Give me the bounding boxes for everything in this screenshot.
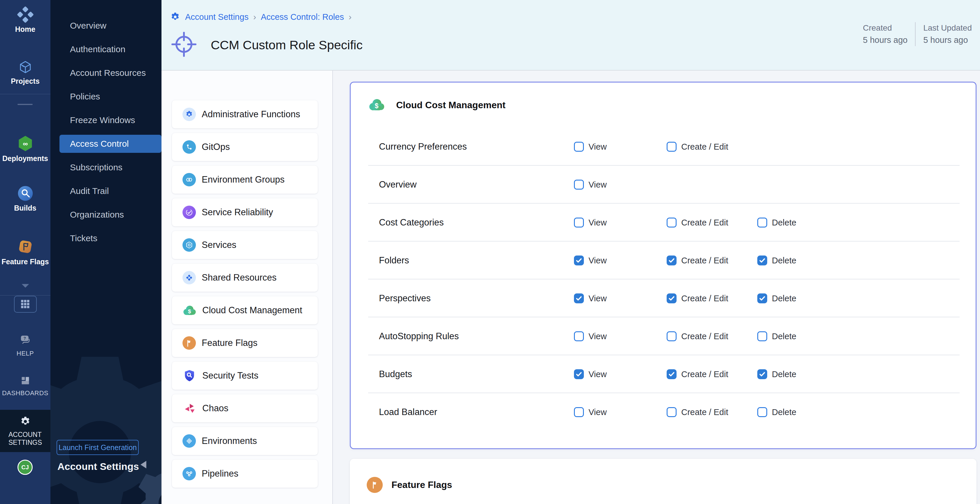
checkbox-checked[interactable]: [757, 369, 767, 379]
permission-row-folders: Folders View Create / Edit Delete: [351, 241, 976, 279]
resource-card-cloud-cost-management[interactable]: $Cloud Cost Management: [172, 296, 318, 324]
sidebar-item-account-resources[interactable]: Account Resources: [59, 64, 161, 82]
permission-load-balancer-create-edit[interactable]: Create / Edit: [667, 407, 728, 417]
permission-autostopping-rules-delete[interactable]: Delete: [757, 331, 796, 341]
sidebar-collapse-icon[interactable]: [140, 461, 146, 469]
resource-list: Administrative FunctionsGitOpsEnvironmen…: [161, 100, 332, 488]
sidebar-title: Account Settings: [57, 461, 139, 472]
permission-cost-categories-create-edit[interactable]: Create / Edit: [667, 218, 728, 228]
checkbox-checked[interactable]: [667, 369, 676, 379]
sidebar-item-access-control[interactable]: Access Control: [59, 135, 161, 153]
checkbox-checked[interactable]: [667, 255, 676, 265]
permission-label: Create / Edit: [681, 218, 728, 228]
permission-currency-preferences-view[interactable]: View: [574, 142, 606, 152]
permission-folders-create-edit[interactable]: Create / Edit: [667, 255, 728, 265]
permission-perspectives-view[interactable]: View: [574, 293, 606, 303]
permission-load-balancer-delete[interactable]: Delete: [757, 407, 796, 417]
breadcrumb-link-account-settings[interactable]: Account Settings: [185, 12, 249, 22]
checkbox-checked[interactable]: [757, 293, 767, 303]
builds-icon: [17, 198, 34, 203]
sidebar-item-organizations[interactable]: Organizations: [59, 206, 161, 224]
role-crosshair-icon: [170, 30, 198, 59]
checkbox-checked[interactable]: [757, 255, 767, 265]
checkbox-checked[interactable]: [574, 293, 584, 303]
rail-item-projects[interactable]: Projects: [0, 59, 51, 85]
launch-first-generation-button[interactable]: Launch First Generation: [57, 440, 139, 455]
checkbox-unchecked[interactable]: [574, 142, 584, 152]
permission-currency-preferences-create-edit[interactable]: Create / Edit: [667, 142, 728, 152]
checkbox-unchecked[interactable]: [574, 180, 584, 190]
module-picker-button[interactable]: [14, 296, 37, 313]
permission-cost-categories-delete[interactable]: Delete: [757, 218, 796, 228]
checkbox-unchecked[interactable]: [574, 331, 584, 341]
checkbox-checked[interactable]: [574, 369, 584, 379]
permission-autostopping-rules-create-edit[interactable]: Create / Edit: [667, 331, 728, 341]
sidebar-item-audit-trail[interactable]: Audit Trail: [59, 182, 161, 200]
permission-budgets-delete[interactable]: Delete: [757, 369, 796, 379]
svg-text:$: $: [375, 102, 379, 109]
permission-budgets-create-edit[interactable]: Create / Edit: [667, 369, 728, 379]
breadcrumb: Account Settings›Access Control: Roles›: [170, 12, 356, 22]
permission-folders-view[interactable]: View: [574, 255, 606, 265]
resource-card-security-tests[interactable]: Security Tests: [172, 362, 318, 390]
permission-label: Delete: [772, 332, 796, 341]
checkbox-unchecked[interactable]: [667, 218, 676, 228]
permission-label: View: [589, 294, 606, 303]
checkbox-checked[interactable]: [667, 293, 676, 303]
avatar[interactable]: CJ: [18, 460, 33, 475]
resource-card-service-reliability[interactable]: Service Reliability: [172, 198, 318, 226]
rail-item-dashboards[interactable]: DASHBOARDS: [0, 374, 51, 397]
rail-item-home[interactable]: Home: [0, 6, 51, 33]
permission-row-cost-categories: Cost Categories View Create / Edit Delet…: [351, 204, 976, 241]
cloud-cost-management-panel: $ Cloud Cost Management Currency Prefere…: [350, 82, 977, 449]
permission-label: View: [589, 407, 606, 417]
resource-card-pipelines[interactable]: Pipelines: [172, 460, 318, 488]
resource-card-gitops[interactable]: GitOps: [172, 133, 318, 161]
resource-card-administrative-functions[interactable]: Administrative Functions: [172, 100, 318, 128]
sidebar-item-overview[interactable]: Overview: [59, 17, 161, 35]
feature-flags-icon: [17, 251, 34, 256]
sidebar-item-subscriptions[interactable]: Subscriptions: [59, 158, 161, 177]
resource-card-chaos[interactable]: Chaos: [172, 394, 318, 422]
checkbox-unchecked[interactable]: [574, 218, 584, 228]
permission-perspectives-delete[interactable]: Delete: [757, 293, 796, 303]
checkbox-unchecked[interactable]: [667, 407, 676, 417]
sidebar-item-freeze-windows[interactable]: Freeze Windows: [59, 111, 161, 129]
permission-label: Create / Edit: [681, 256, 728, 265]
permission-load-balancer-view[interactable]: View: [574, 407, 606, 417]
sidebar-item-authentication[interactable]: Authentication: [59, 40, 161, 58]
breadcrumb-link-access-control-roles[interactable]: Access Control: Roles: [261, 12, 344, 22]
resource-card-shared-resources[interactable]: Shared Resources: [172, 264, 318, 292]
checkbox-checked[interactable]: [574, 255, 584, 265]
sidebar-item-policies[interactable]: Policies: [59, 88, 161, 105]
permission-cost-categories-view[interactable]: View: [574, 218, 606, 228]
permission-perspectives-create-edit[interactable]: Create / Edit: [667, 293, 728, 303]
checkbox-unchecked[interactable]: [667, 331, 676, 341]
permission-label: View: [589, 332, 606, 341]
checkbox-unchecked[interactable]: [757, 218, 767, 228]
chevron-down-icon[interactable]: [0, 283, 51, 290]
permission-autostopping-rules-view[interactable]: View: [574, 331, 606, 341]
resource-card-environments[interactable]: Environments: [172, 427, 318, 455]
service-reliability-icon: [183, 206, 196, 219]
rail-item-builds[interactable]: Builds: [0, 185, 51, 212]
resource-card-feature-flags[interactable]: Feature Flags: [172, 329, 318, 357]
resource-card-label: Services: [202, 240, 236, 250]
permission-overview-view[interactable]: View: [574, 180, 606, 190]
resource-card-label: Shared Resources: [202, 273, 277, 283]
checkbox-unchecked[interactable]: [667, 142, 676, 152]
checkbox-unchecked[interactable]: [757, 407, 767, 417]
permission-folders-delete[interactable]: Delete: [757, 255, 796, 265]
checkbox-unchecked[interactable]: [574, 407, 584, 417]
resource-card-environment-groups[interactable]: Environment Groups: [172, 166, 318, 194]
sidebar-item-tickets[interactable]: Tickets: [59, 229, 161, 247]
checkbox-unchecked[interactable]: [757, 331, 767, 341]
feature-flags-icon: [367, 477, 383, 493]
rail-item-help[interactable]: ? HELP: [0, 332, 51, 357]
permission-budgets-view[interactable]: View: [574, 369, 606, 379]
permission-row-load-balancer: Load Balancer View Create / Edit Delete: [351, 393, 976, 448]
rail-item-account-settings[interactable]: ACCOUNT SETTINGS: [0, 410, 51, 452]
rail-item-deployments[interactable]: ∞ Deployments: [0, 135, 51, 163]
rail-item-feature-flags[interactable]: Feature Flags: [0, 238, 51, 266]
resource-card-services[interactable]: Services: [172, 231, 318, 259]
